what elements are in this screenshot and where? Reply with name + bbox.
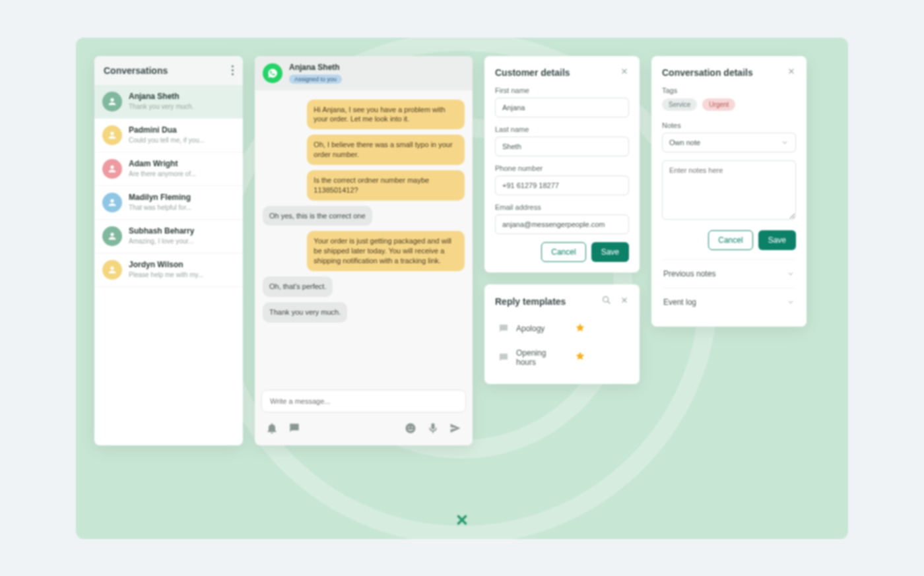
conversation-preview: Are there anymore of... — [129, 170, 196, 177]
notes-select-value: Own note — [669, 139, 700, 146]
chat-title-block: Anjana Sheth Assigned to you — [289, 63, 342, 84]
customer-details-panel: Customer details First name Last name Ph… — [484, 56, 640, 272]
first-name-label: First name — [495, 86, 629, 94]
conversation-item[interactable]: Anjana ShethThank you very much. — [94, 85, 243, 119]
conversations-panel: Conversations Anjana ShethThank you very… — [94, 56, 243, 445]
emoji-icon[interactable] — [404, 422, 417, 437]
chat-messages: Hi Anjana, I see you have a problem with… — [255, 90, 473, 385]
conversation-name: Padmini Dua — [129, 125, 205, 135]
whatsapp-icon — [263, 63, 282, 83]
cancel-button[interactable]: Cancel — [541, 242, 585, 262]
avatar-icon — [102, 226, 122, 246]
reply-template-label: Apology — [516, 324, 568, 333]
conversation-item[interactable]: Madilyn FlemingThat was helpful for... — [94, 186, 243, 220]
tag-urgent[interactable]: Urgent — [702, 98, 735, 111]
template-icon — [498, 352, 510, 364]
assigned-chip: Assigned to you — [289, 75, 342, 84]
conversation-item[interactable]: Subhash BeharryAmazing, I love your... — [94, 220, 243, 253]
conversation-details-panel: Conversation details Tags Service Urgent… — [651, 56, 807, 327]
conversation-preview: That was helpful for... — [129, 204, 191, 211]
reply-templates-title: Reply templates — [495, 296, 566, 307]
conversation-name: Subhash Beharry — [129, 226, 194, 236]
tag-service[interactable]: Service — [662, 98, 697, 111]
conversation-preview: Please help me with my... — [129, 271, 203, 278]
notes-textarea[interactable] — [662, 160, 796, 220]
chat-panel: Anjana Sheth Assigned to you Hi Anjana, … — [255, 56, 473, 445]
previous-notes-label: Previous notes — [663, 269, 715, 278]
svg-point-3 — [603, 296, 609, 302]
reply-template-icon[interactable] — [288, 422, 301, 437]
message-input[interactable] — [262, 391, 465, 412]
last-name-input[interactable] — [495, 137, 629, 156]
template-icon — [498, 323, 510, 335]
conversation-details-title: Conversation details — [662, 67, 753, 78]
reply-template-item[interactable]: Apology — [495, 316, 629, 342]
customer-details-title: Customer details — [495, 67, 570, 78]
conversations-list: Anjana ShethThank you very much.Padmini … — [94, 85, 243, 287]
close-icon[interactable] — [620, 296, 629, 307]
avatar-icon — [102, 260, 122, 280]
first-name-input[interactable] — [495, 98, 629, 117]
event-log-label: Event log — [663, 298, 696, 307]
star-icon[interactable] — [575, 323, 627, 335]
event-log-section[interactable]: Event log — [662, 288, 796, 316]
mic-icon[interactable] — [426, 422, 440, 437]
svg-point-2 — [412, 426, 413, 428]
conversation-name: Anjana Sheth — [129, 92, 193, 101]
message-input-wrapper — [261, 390, 466, 412]
last-name-label: Last name — [495, 125, 629, 133]
chat-message: Is the correct ordner number maybe 11385… — [307, 170, 465, 201]
conversation-preview: Could you tell me, if you... — [129, 137, 205, 144]
avatar-icon — [102, 125, 122, 145]
conversation-preview: Amazing, I love your... — [129, 238, 194, 245]
conversations-title: Conversations — [104, 65, 168, 76]
reply-templates-panel: Reply templates ApologyOpening hours — [484, 284, 640, 384]
save-button[interactable]: Save — [758, 230, 796, 250]
reply-templates-list: ApologyOpening hours — [495, 316, 629, 373]
notes-type-select[interactable]: Own note — [662, 133, 796, 152]
conversation-item[interactable]: Jordyn WilsonPlease help me with my... — [94, 253, 243, 287]
email-input[interactable] — [495, 214, 629, 234]
avatar-icon — [102, 92, 122, 112]
phone-label: Phone number — [495, 164, 629, 172]
close-icon[interactable] — [620, 67, 629, 79]
svg-point-0 — [406, 423, 416, 433]
search-icon[interactable] — [601, 295, 612, 308]
tags-row: Service Urgent — [662, 98, 796, 111]
conversation-name: Adam Wright — [129, 159, 196, 168]
chat-toolbar — [255, 419, 473, 445]
reply-template-item[interactable]: Opening hours — [495, 342, 629, 373]
chat-message: Hi Anjana, I see you have a problem with… — [307, 100, 465, 130]
chat-message: Oh, that's perfect. — [263, 276, 333, 297]
avatar-icon — [102, 193, 122, 212]
tags-label: Tags — [662, 86, 796, 94]
email-label: Email address — [495, 203, 629, 211]
chat-contact-name: Anjana Sheth — [289, 63, 342, 72]
avatar-icon — [102, 159, 122, 179]
cancel-button[interactable]: Cancel — [708, 230, 752, 250]
chat-header: Anjana Sheth Assigned to you — [255, 56, 473, 90]
star-icon[interactable] — [575, 351, 627, 364]
notes-label: Notes — [662, 121, 796, 129]
bell-icon[interactable] — [265, 422, 279, 437]
conversation-name: Jordyn Wilson — [129, 260, 203, 269]
svg-point-1 — [409, 426, 410, 428]
phone-input[interactable] — [495, 176, 629, 195]
save-button[interactable]: Save — [591, 242, 629, 262]
conversation-name: Madilyn Fleming — [129, 193, 191, 202]
chat-message: Oh yes, this is the correct one — [263, 206, 372, 226]
conversation-item[interactable]: Padmini DuaCould you tell me, if you... — [94, 119, 243, 152]
chat-message: Oh, I believe there was a small typo in … — [307, 135, 465, 165]
dismiss-icon[interactable] — [455, 513, 469, 530]
conversations-header: Conversations — [94, 56, 243, 85]
reply-template-label: Opening hours — [516, 348, 568, 367]
chat-message: Your order is just getting packaged and … — [307, 231, 465, 271]
close-icon[interactable] — [787, 67, 796, 79]
chat-message: Thank you very much. — [263, 302, 347, 323]
more-menu-icon[interactable] — [232, 65, 234, 75]
conversation-preview: Thank you very much. — [129, 103, 193, 110]
send-icon[interactable] — [449, 422, 462, 437]
conversation-item[interactable]: Adam WrightAre there anymore of... — [94, 152, 243, 186]
previous-notes-section[interactable]: Previous notes — [662, 259, 796, 288]
